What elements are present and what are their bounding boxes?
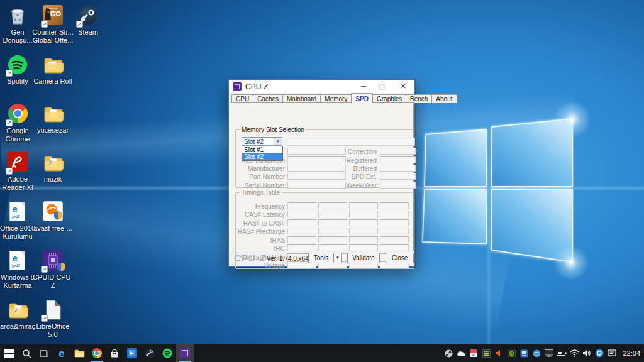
dropdown-item-slot1[interactable]: Slot #1 (242, 146, 282, 153)
tray-onedrive-icon[interactable] (456, 347, 467, 359)
desktop-icon-recycle-bin[interactable]: Geri Dönüşü... (0, 5, 35, 45)
steam-icon: ↗ (77, 5, 99, 26)
tab-caches[interactable]: Caches (253, 94, 283, 103)
desktop-icon-arda-mirac[interactable]: ♪ arda&miraç (0, 299, 35, 331)
validate-button[interactable]: Validate (347, 253, 380, 263)
buffered-label: Buffered (328, 165, 377, 172)
tray-utility-icon[interactable] (469, 347, 479, 359)
cpuz-logo: CPU-Z (234, 253, 266, 263)
folder-icon (42, 103, 64, 124)
tab-graphics[interactable]: Graphics (372, 94, 406, 103)
tray-wifi-icon[interactable] (569, 347, 580, 359)
recycle-bin-icon (7, 5, 28, 26)
desktop-icon-yucesezar[interactable]: yucesezar (35, 103, 70, 134)
tray-blue-app-icon[interactable] (594, 347, 605, 359)
tab-bench[interactable]: Bench (406, 94, 432, 103)
week-year-field (380, 182, 416, 189)
desktop-icon-windows8[interactable]: e pdf Windows 8 Kurtarma (0, 250, 35, 290)
taskbar-photos-button[interactable] (123, 344, 141, 362)
group-legend: Timings Table (240, 189, 282, 196)
frequency-label: Frequency (237, 203, 285, 210)
tab-spd[interactable]: SPD (351, 93, 373, 103)
tools-button[interactable]: Tools ▼ (308, 253, 342, 263)
taskbar-spotify-button[interactable] (158, 344, 176, 362)
timing-field (287, 202, 316, 209)
tray-meter-icon[interactable] (481, 347, 492, 359)
adobe-reader-icon: ↗ (7, 152, 28, 173)
desktop-icon-camera-roll[interactable]: Camera Roll (35, 54, 70, 85)
desktop-icon-label: Steam (67, 28, 109, 36)
spotify-icon (162, 348, 172, 358)
buffered-field (380, 165, 416, 172)
desktop-icon-libreoffice[interactable]: ↗ LibreOffice 5.0 (35, 299, 70, 339)
close-button[interactable]: ✕ (396, 80, 410, 93)
timing-field (349, 228, 378, 234)
desktop-icon-google-chrome[interactable]: ↗ Google Chrome (0, 103, 35, 143)
memory-slot-combobox[interactable]: Slot #2 ▼ (242, 137, 282, 146)
tab-memory[interactable]: Memory (320, 94, 352, 103)
desktop-icon-label: yucesezar (31, 126, 74, 134)
taskbar-steam-button[interactable] (141, 344, 158, 362)
timing-field (349, 211, 378, 217)
version-text: Ver. 1.74.0.x64 (267, 255, 309, 262)
tray-battery-icon[interactable] (557, 347, 567, 359)
taskbar-left: e (0, 344, 194, 362)
correction-label: Correction (328, 148, 377, 155)
tray-nvidia-icon[interactable] (506, 347, 517, 359)
tab-cpu[interactable]: CPU (231, 94, 253, 103)
taskbar-file-explorer-button[interactable] (70, 344, 88, 362)
task-view-button[interactable] (35, 344, 53, 362)
spd-ext-label: SPD Ext. (328, 173, 377, 180)
taskbar-edge-button[interactable]: e (53, 344, 70, 362)
tools-dropdown-arrow-icon[interactable]: ▼ (333, 253, 341, 263)
tray-steam-icon[interactable] (443, 347, 454, 359)
windows-logo-icon (4, 349, 14, 358)
desktop-icon-office-2010[interactable]: e pdf Office 2010 Kurulumu (0, 201, 35, 241)
desktop-icon-label: CPUID CPU-Z (31, 273, 74, 290)
desktop-icon-spotify[interactable]: ↗ Spotify (0, 54, 35, 85)
tray-intel-graphics-icon[interactable] (519, 347, 530, 359)
timing-field (318, 202, 347, 209)
shortcut-arrow-icon: ↗ (41, 266, 48, 273)
search-button[interactable] (18, 344, 35, 362)
shortcut-arrow-icon: ↗ (6, 168, 13, 175)
action-center-icon[interactable] (607, 347, 618, 359)
desktop-icon-avast[interactable]: avast-free-... (35, 201, 70, 233)
chrome-icon: ↗ (7, 104, 28, 125)
start-button[interactable] (0, 344, 18, 362)
timing-field (318, 211, 347, 217)
desktop-icon-muzik[interactable]: ♪ müzik (35, 152, 70, 184)
desktop-icon-csgo[interactable]: GO COUNTER-STRIKE ↗ Counter-Str... Globa… (35, 5, 70, 45)
taskbar-store-button[interactable] (106, 344, 123, 362)
steam-icon (145, 348, 155, 358)
tab-mainboard[interactable]: Mainboard (282, 94, 321, 103)
shortcut-arrow-icon: ↗ (41, 315, 48, 322)
minimize-button[interactable]: ─ (357, 80, 370, 93)
desktop-icon-cpuid-cpuz[interactable]: ↗ CPUID CPU-Z (35, 250, 70, 290)
taskbar-chrome-button[interactable] (88, 344, 106, 362)
tab-about[interactable]: About (431, 94, 457, 103)
correction-field (380, 148, 416, 155)
dropdown-item-slot2[interactable]: Slot #2 (242, 153, 282, 160)
desktop-icon-steam[interactable]: ↗ Steam (70, 5, 106, 36)
timing-field (380, 228, 409, 234)
taskbar-cpuz-button[interactable] (176, 344, 194, 362)
tools-button-label[interactable]: Tools (309, 253, 333, 263)
cpuz-title-bar[interactable]: CPU-Z ─ ▢ ✕ (229, 80, 414, 93)
tray-network-globe-icon[interactable] (531, 347, 542, 359)
chevron-down-icon[interactable]: ▼ (274, 138, 282, 145)
tray-display-icon[interactable] (544, 347, 555, 359)
desktop-icon-adobe-reader[interactable]: ↗ Adobe Reader XI (0, 152, 35, 192)
shortcut-arrow-icon: ↗ (6, 119, 13, 126)
csgo-icon: GO COUNTER-STRIKE ↗ (42, 5, 64, 26)
avast-installer-icon (42, 201, 64, 222)
timing-field (380, 202, 409, 209)
tray-volume-icon[interactable] (582, 347, 592, 359)
memory-slot-dropdown-list: Slot #1 Slot #2 (242, 146, 283, 161)
maximize-button[interactable]: ▢ (375, 80, 389, 93)
tray-realtek-audio-icon[interactable] (494, 347, 504, 359)
folder-music-icon: ♪ (7, 299, 28, 321)
music-note-glyph: ♪ (14, 305, 18, 314)
taskbar-clock[interactable]: 22:04 (623, 349, 640, 357)
close-window-button[interactable]: Close (386, 253, 414, 263)
